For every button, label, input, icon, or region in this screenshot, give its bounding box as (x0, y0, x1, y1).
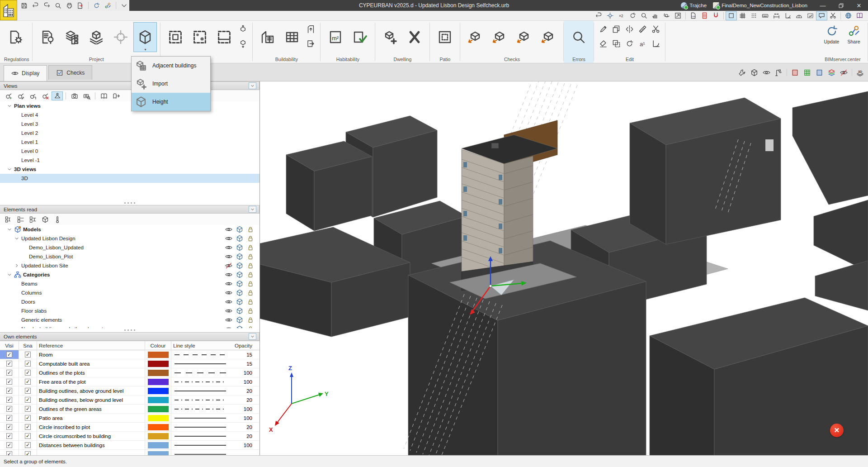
viewport-close-button[interactable]: ✕ (830, 424, 844, 437)
visible-checkbox[interactable]: ✓ (6, 352, 12, 357)
lock-icon[interactable] (247, 289, 254, 296)
share-button[interactable]: Share (843, 22, 864, 52)
pan-hand-button[interactable] (650, 11, 661, 20)
erase-button[interactable] (597, 37, 609, 50)
table-row-circle-inscribed-to-plot[interactable]: ✓✓Circle inscribed to plot20 (0, 423, 259, 432)
colour-swatch[interactable] (148, 370, 169, 376)
share-mini-button[interactable] (103, 1, 113, 10)
colour-swatch[interactable] (148, 433, 169, 439)
orbit-button[interactable] (661, 11, 672, 20)
visibility-icon[interactable] (225, 226, 232, 233)
tools-button[interactable] (736, 67, 748, 78)
model-3d-icon[interactable] (236, 307, 243, 315)
model-3d-icon[interactable] (236, 289, 243, 296)
snap-checkbox[interactable]: ✓ (25, 433, 31, 439)
chevron-down-icon[interactable] (6, 272, 13, 278)
tree-item-doors[interactable]: Doors (0, 297, 259, 306)
zoom-window-button[interactable] (638, 11, 650, 20)
tree-item-3d-views[interactable]: 3D views (0, 165, 259, 174)
redraw-button[interactable] (627, 11, 638, 20)
computable-area-button[interactable]: m² (324, 22, 347, 52)
visible-checkbox[interactable]: ✓ (6, 424, 12, 430)
snap-grid-button[interactable] (748, 11, 760, 20)
lock-icon[interactable] (247, 280, 254, 287)
snap-checkbox[interactable]: ✓ (25, 370, 31, 376)
general-data-button[interactable] (36, 22, 59, 52)
colour-swatch[interactable] (148, 424, 169, 430)
visibility-icon[interactable] (225, 280, 232, 287)
chevron-right-icon[interactable] (14, 262, 20, 269)
table-row-outlines-of-the-green-areas[interactable]: ✓✓Outlines of the green areas100 (0, 405, 259, 414)
plot-green-button[interactable] (188, 22, 212, 52)
col-colour[interactable]: Colour (145, 341, 171, 350)
cube-visibility-button[interactable] (39, 215, 51, 224)
model-3d-icon[interactable] (236, 271, 243, 278)
object-snap-button[interactable] (710, 11, 722, 20)
visible-checkbox[interactable]: ✓ (6, 370, 12, 376)
tree-item-categories[interactable]: Categories (0, 270, 259, 279)
lock-icon[interactable] (247, 316, 254, 324)
errors-button[interactable] (567, 22, 590, 52)
visibility-icon[interactable] (225, 289, 232, 296)
ortho-frame-button[interactable] (726, 11, 737, 20)
project-chip[interactable]: FinalDemo_NewConstruction_Lisbon (713, 2, 807, 9)
colour-swatch[interactable] (148, 442, 169, 448)
redo-button[interactable] (42, 1, 52, 10)
snap-checkbox[interactable]: ✓ (25, 451, 31, 455)
transfer-right-button[interactable] (305, 37, 317, 50)
visibility-icon[interactable] (225, 271, 232, 278)
scale-x2-button[interactable]: ×2 (616, 11, 627, 20)
grid-green-button[interactable] (801, 67, 813, 78)
visible-checkbox[interactable]: ✓ (6, 451, 12, 455)
tree-item-demo-lisbon-plot[interactable]: Demo_Lisbon_Plot (0, 252, 259, 261)
elements-combo-button[interactable] (249, 206, 256, 213)
check-distances-button[interactable] (537, 22, 560, 52)
hide-elements-button[interactable] (838, 67, 850, 78)
delete-view-button[interactable] (39, 91, 51, 100)
lock-icon[interactable] (247, 262, 254, 269)
panel-red-button[interactable] (789, 67, 801, 78)
plot-up-button[interactable] (237, 22, 249, 36)
tree-item-nearby-buildings-and-other-elements[interactable]: Nearby buildings and other elements (0, 324, 259, 328)
tree-item-models[interactable]: Models (0, 225, 259, 234)
ortho-button[interactable] (782, 11, 793, 20)
chevron-down-icon[interactable] (6, 103, 13, 109)
visible-checkbox[interactable]: ✓ (6, 388, 12, 394)
splitter-views[interactable] (0, 201, 259, 205)
lock-icon[interactable] (247, 226, 254, 233)
crane-button[interactable] (773, 67, 785, 78)
model-3d-icon[interactable] (236, 235, 243, 242)
col-line-style[interactable]: Line style (171, 341, 231, 350)
help-book-button[interactable] (854, 11, 865, 20)
colour-swatch[interactable] (148, 451, 169, 456)
visible-checkbox[interactable]: ✓ (6, 397, 12, 403)
keyboard-input-button[interactable] (760, 11, 771, 20)
rotate-button[interactable] (623, 37, 636, 50)
lock-icon[interactable] (247, 307, 254, 315)
snap-checkbox[interactable]: ✓ (25, 442, 31, 448)
save-button[interactable] (19, 1, 29, 10)
snap-checkbox[interactable]: ✓ (25, 352, 31, 357)
zoom-button[interactable] (53, 1, 63, 10)
grid-button[interactable] (737, 11, 748, 20)
colour-swatch[interactable] (148, 379, 169, 385)
table-row-building-outlines-above-ground-level[interactable]: ✓✓Building outlines, above ground level2… (0, 386, 259, 396)
trim-button[interactable] (650, 22, 662, 36)
colour-swatch[interactable] (148, 406, 169, 412)
plot-boundary-button[interactable] (212, 22, 236, 52)
snap-checkbox[interactable]: ✓ (25, 397, 31, 403)
model-3d-icon[interactable] (236, 226, 243, 233)
toolbar-options-button[interactable] (119, 1, 129, 10)
previous-view-button[interactable] (593, 11, 604, 20)
levels-button[interactable] (85, 22, 108, 52)
measure-button[interactable] (637, 22, 649, 36)
chevron-down-icon[interactable] (6, 166, 13, 172)
model-3d-icon[interactable] (236, 316, 243, 324)
pan-sphere-button[interactable] (604, 11, 616, 20)
transfer-up-button[interactable] (305, 22, 317, 36)
menu-item-import[interactable]: Import (132, 75, 210, 93)
viewport-3d-scene[interactable]: Z Y X (260, 81, 868, 455)
print-button[interactable] (64, 1, 75, 10)
colour-swatch[interactable] (148, 388, 169, 394)
close-button[interactable]: ✕ (850, 0, 868, 11)
